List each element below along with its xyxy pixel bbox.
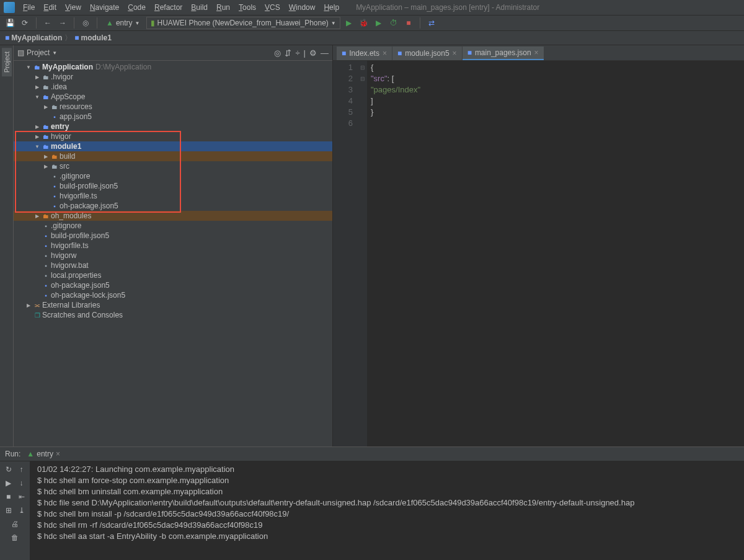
tree-item--gitignore[interactable]: ▪.gitignore [14,221,332,231]
run-button[interactable]: ▶ [343,17,355,29]
menu-refactor[interactable]: Refactor [150,2,187,13]
code-line[interactable]: ] [371,96,740,107]
tree-item-build-profile-json5[interactable]: ▪build-profile.json5 [14,181,332,191]
tree-item-src[interactable]: ▶🖿src [14,161,332,171]
run-config-tab[interactable]: ▲ entry × [27,450,60,458]
menu-vcs[interactable]: VCS [260,2,285,13]
chevron-right-icon[interactable]: ▶ [33,124,41,130]
editor-tab-index-ets[interactable]: ■Index.ets× [337,47,392,60]
code-content[interactable]: { "src": [ "pages/Index" ]} [367,61,744,447]
project-tree[interactable]: ▼🖿MyApplicationD:\MyApplication▶🖿.hvigor… [14,61,332,447]
hide-icon[interactable]: — [321,48,329,58]
tree-item-oh-package-lock-json5[interactable]: ▪oh-package-lock.json5 [14,290,332,300]
breadcrumb-root[interactable]: ■ MyApplication [5,33,62,42]
tree-item-entry[interactable]: ▶🖿entry [14,122,332,131]
code-line[interactable]: "src": [ [371,73,740,84]
editor-tab-module-json5[interactable]: ■module.json5× [392,47,462,60]
trash-icon[interactable]: 🗑 [9,532,20,543]
tree-item-hvigorw-bat[interactable]: ▪hvigorw.bat [14,260,332,270]
menu-navigate[interactable]: Navigate [86,2,123,13]
debug-button[interactable]: 🐞 [358,17,370,29]
run-button[interactable]: ▶ [3,478,14,489]
fold-toggle-icon[interactable]: ⊟ [358,73,367,84]
tree-item-resources[interactable]: ▶🖿resources [14,102,332,112]
breadcrumb-file[interactable]: ■ module1 [74,33,112,42]
menu-help[interactable]: Help [319,2,343,13]
tree-item-external-libraries[interactable]: ▶⫘External Libraries [14,300,332,310]
chevron-right-icon[interactable]: ▶ [33,213,41,219]
soft-wrap-icon[interactable]: ⇤ [16,491,27,502]
code-line[interactable]: { [371,62,740,73]
tree-item-hvigorfile-ts[interactable]: ▪hvigorfile.ts [14,241,332,251]
layout-icon[interactable]: ⊞ [3,505,14,516]
project-tool-tab[interactable]: Project [2,48,12,76]
fold-gutter[interactable]: ⊟⊟ [358,61,367,447]
menu-window[interactable]: Window [285,2,320,13]
tree-item--hvigor[interactable]: ▶🖿.hvigor [14,72,332,82]
run-config-selector[interactable]: ▲ entry ▼ [102,17,144,29]
up-icon[interactable]: ↑ [16,464,27,475]
sync-button[interactable]: ⇄ [425,17,438,29]
coverage-button[interactable]: ▶ [373,17,385,29]
console-output[interactable]: 01/02 14:22:27: Launching com.example.my… [30,461,744,560]
tree-item-build[interactable]: ▶🖿build [14,151,332,161]
project-mode-label[interactable]: Project [27,48,50,57]
tree-item-appscope[interactable]: ▼🖿AppScope [14,92,332,102]
forward-icon[interactable]: → [56,17,69,29]
expand-icon[interactable]: ⇵ [285,48,291,58]
tree-item-oh-package-json5[interactable]: ▪oh-package.json5 [14,201,332,211]
print-icon[interactable]: 🖨 [9,518,20,530]
chevron-right-icon[interactable]: ▶ [42,104,50,110]
menu-file[interactable]: File [19,2,39,13]
down-icon[interactable]: ↓ [16,478,27,489]
chevron-right-icon[interactable]: ▶ [25,303,32,308]
editor-tab-main-pages-json[interactable]: ■main_pages.json× [463,47,544,60]
target-icon[interactable]: ◎ [79,17,92,29]
chevron-right-icon[interactable]: ▶ [42,164,50,169]
gear-icon[interactable]: ⚙ [309,48,317,58]
refresh-icon[interactable]: ⟳ [19,17,31,29]
tree-item-hvigorw[interactable]: ▪hvigorw [14,251,332,260]
close-icon[interactable]: × [56,450,60,458]
chevron-right-icon[interactable]: ▶ [33,134,41,140]
tree-item-hvigor[interactable]: ▶🖿hvigor [14,131,332,141]
close-icon[interactable]: × [383,49,387,58]
chevron-right-icon[interactable]: ▶ [42,154,50,159]
back-icon[interactable]: ← [42,17,54,29]
menu-view[interactable]: View [61,2,86,13]
tree-item-oh-modules[interactable]: ▶🖿oh_modules [14,211,332,221]
code-line[interactable]: } [371,107,740,118]
chevron-right-icon[interactable]: ▶ [33,84,41,90]
chevron-right-icon[interactable]: ▶ [33,74,41,80]
tree-item-hvigorfile-ts[interactable]: ▪hvigorfile.ts [14,191,332,201]
tree-item--gitignore[interactable]: ▪.gitignore [14,171,332,181]
code-editor[interactable]: 123456 ⊟⊟ { "src": [ "pages/Index" ]} [333,61,744,447]
menu-build[interactable]: Build [187,2,212,13]
profile-button[interactable]: ⏱ [388,17,400,29]
code-line[interactable]: "pages/Index" [371,84,740,96]
tree-item-module1[interactable]: ▼🖿module1 [14,141,332,151]
tree-item-oh-package-json5[interactable]: ▪oh-package.json5 [14,280,332,290]
device-selector[interactable]: ▮ HUAWEI Phone (NewDevice_from_Huawei_Ph… [146,17,340,29]
tree-item-app-json5[interactable]: ▪app.json5 [14,112,332,122]
tree-item-build-profile-json5[interactable]: ▪build-profile.json5 [14,231,332,241]
stop-button[interactable]: ■ [402,17,415,29]
menu-code[interactable]: Code [123,2,150,13]
tree-item-scratches-and-consoles[interactable]: ❒Scratches and Consoles [14,310,332,320]
chevron-down-icon[interactable]: ▼ [52,50,57,56]
tree-item-local-properties[interactable]: ▪local.properties [14,270,332,280]
chevron-down-icon[interactable]: ▼ [33,94,41,100]
menu-tools[interactable]: Tools [234,2,260,13]
scroll-icon[interactable]: ⤓ [16,505,27,516]
fold-toggle-icon[interactable]: ⊟ [358,62,367,73]
stop-button[interactable]: ■ [3,491,14,502]
code-line[interactable] [371,118,740,129]
collapse-icon[interactable]: ÷ [295,48,299,58]
save-icon[interactable]: 💾 [4,17,16,29]
tree-item--idea[interactable]: ▶🖿.idea [14,82,332,92]
chevron-down-icon[interactable]: ▼ [33,144,41,149]
close-icon[interactable]: × [453,49,457,58]
close-icon[interactable]: × [534,48,539,57]
chevron-down-icon[interactable]: ▼ [25,64,32,70]
tree-item-myapplication[interactable]: ▼🖿MyApplicationD:\MyApplication [14,62,332,72]
